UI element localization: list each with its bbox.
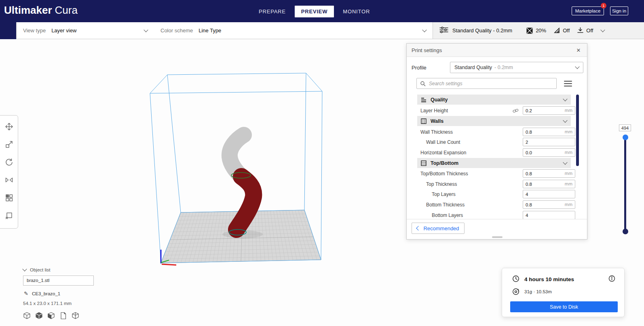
setting-value-box: mm [523, 106, 575, 115]
setting-row: Horizontal Expansion mm [417, 147, 575, 158]
profile-label: Profile [412, 65, 427, 71]
print-settings-summary[interactable]: Standard Quality - 0.2mm 20% Off Off [433, 22, 644, 39]
setting-row: Bottom Thickness mm [417, 200, 575, 210]
normal-mesh-icon[interactable] [23, 312, 31, 320]
settings-menu-icon[interactable] [564, 81, 572, 86]
top-bar: UltimakerCura PREPARE PREVIEW MONITOR Ma… [0, 0, 644, 22]
wall-line-count-input[interactable] [523, 138, 575, 146]
support-blocker-button[interactable] [3, 209, 15, 221]
printer-name-row[interactable]: ✎ CE3_brazo_1 [24, 290, 60, 297]
tab-prepare[interactable]: PREPARE [252, 6, 292, 17]
per-model-settings-icon [5, 193, 13, 202]
close-icon[interactable]: ✕ [574, 44, 583, 57]
profile-suffix: - 0.2mm [494, 65, 513, 70]
top-layers-input[interactable] [523, 190, 575, 198]
tab-monitor[interactable]: MONITOR [336, 6, 376, 17]
search-icon [420, 81, 426, 86]
setting-value-box [523, 138, 575, 146]
object-list-label: Object list [30, 267, 51, 272]
bottom-layers-input[interactable] [523, 211, 575, 219]
header-left-strip [0, 22, 16, 39]
rotate-tool-button[interactable] [3, 156, 15, 168]
chevron-down-icon [563, 118, 567, 122]
wireframe-mesh-icon[interactable] [72, 312, 79, 320]
logo-ultimaker: Ultimaker [4, 4, 52, 16]
move-tool-button[interactable] [3, 120, 15, 133]
setting-value-box: mm [523, 148, 575, 157]
chevron-down-icon [601, 27, 605, 32]
quality-icon [420, 97, 427, 103]
save-to-disk-button[interactable]: Save to Disk [510, 301, 618, 312]
category-walls[interactable]: Walls [417, 116, 571, 126]
settings-scrollbar[interactable] [576, 95, 579, 166]
bottom-seam-ring [229, 229, 246, 235]
category-top-bottom[interactable]: Top/Bottom [417, 158, 571, 168]
sliders-icon [439, 26, 448, 35]
recommended-button[interactable]: Recommended [412, 223, 465, 234]
build-plate [161, 210, 321, 263]
pencil-icon: ✎ [24, 290, 28, 297]
summary-infill: 20% [536, 27, 546, 34]
category-quality[interactable]: Quality [417, 95, 571, 105]
setting-row: Top Thickness mm [417, 179, 575, 189]
setting-value-box: mm [523, 169, 575, 178]
spool-icon [512, 288, 519, 297]
chevron-down-icon [144, 27, 148, 32]
adhesion-icon [577, 27, 584, 34]
view-type-label: View type [23, 27, 46, 34]
model-unsliced-part [230, 135, 244, 177]
layer-seam-ring [231, 172, 251, 178]
signin-button[interactable]: Sign in [610, 6, 628, 15]
infill-icon [526, 27, 533, 34]
search-settings-input[interactable] [428, 80, 553, 87]
profile-dropdown[interactable]: Standard Quality - 0.2mm [450, 62, 583, 73]
mirror-icon [5, 176, 13, 184]
solid-mesh-icon[interactable] [35, 312, 43, 320]
half-mesh-icon[interactable] [47, 312, 55, 320]
move-icon [5, 122, 13, 131]
origin-axes-icon [161, 250, 176, 265]
marketplace-button[interactable]: Marketplace [572, 6, 604, 15]
layer-slider-lower-handle[interactable] [623, 229, 628, 234]
layer-slider-track[interactable] [624, 137, 626, 231]
color-scheme-label: Color scheme [160, 27, 193, 34]
stage-tabs: PREPARE PREVIEW MONITOR [252, 6, 376, 17]
profile-value: Standard Quality [454, 65, 492, 70]
search-settings-box [416, 78, 557, 89]
tab-preview[interactable]: PREVIEW [295, 6, 334, 17]
rotate-icon [5, 158, 13, 166]
setting-row: Top Layers [417, 189, 575, 199]
color-scheme-value: Line Type [198, 27, 221, 34]
support-blocker-icon [5, 211, 13, 220]
setting-value-box [523, 211, 575, 219]
horizontal-scrollbar[interactable] [492, 236, 503, 238]
color-scheme-dropdown[interactable]: Color scheme Line Type [154, 22, 433, 39]
settings-list: Quality Layer Height mm Walls Wall Thick… [407, 93, 587, 219]
object-list-item[interactable]: brazo_1.stl [23, 276, 94, 286]
sheet-mesh-icon[interactable] [59, 312, 67, 320]
setting-row: Bottom Layers [417, 210, 575, 219]
layer-number-tooltip: 494 [619, 124, 631, 131]
layer-slider-upper-handle[interactable] [623, 135, 628, 140]
setting-row: Wall Thickness mm [417, 127, 575, 137]
model-dimensions: 54.1 x 23.0 x 171.1 mm [23, 301, 72, 306]
view-type-dropdown[interactable]: View type Layer view [16, 22, 154, 39]
per-model-settings-button[interactable] [3, 191, 15, 204]
build-volume-wireframe [150, 73, 322, 263]
setting-value-box [523, 190, 575, 198]
chevron-left-icon [416, 226, 421, 230]
scale-tool-button[interactable] [3, 138, 15, 150]
summary-profile: Standard Quality - 0.2mm [452, 27, 512, 34]
mirror-tool-button[interactable] [3, 174, 15, 186]
printer-name: CE3_brazo_1 [32, 291, 60, 296]
mesh-type-icons [23, 312, 79, 320]
model-sliced-part [236, 177, 253, 229]
model-brazo[interactable] [222, 135, 263, 238]
summary-support: Off [563, 27, 570, 34]
info-icon[interactable] [608, 275, 615, 284]
view-type-value: Layer view [51, 27, 76, 34]
setting-row: Wall Line Count [417, 137, 575, 147]
clock-icon [512, 275, 519, 284]
object-list-toggle[interactable]: Object list [23, 267, 51, 272]
print-settings-panel: Print settings ✕ Profile Standard Qualit… [406, 43, 587, 240]
